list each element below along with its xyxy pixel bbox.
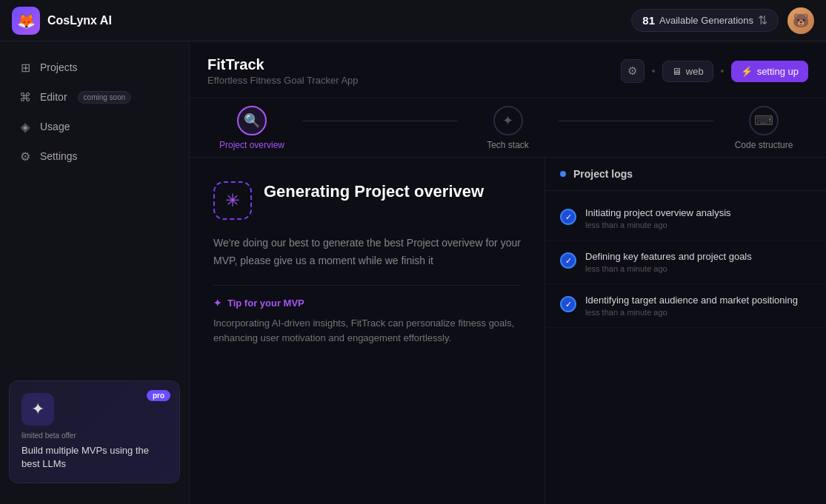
usage-icon: ◈ xyxy=(18,119,33,134)
settings-button[interactable]: ⚙ xyxy=(621,59,645,83)
generating-title: Generating Project overivew xyxy=(264,181,484,203)
logs-status-dot xyxy=(560,171,566,177)
project-header: FitTrack Effortless Fitness Goal Tracker… xyxy=(190,41,826,98)
sidebar-item-projects[interactable]: ⊞ Projects xyxy=(9,53,180,81)
step-bar: 🔍 Project overview ✦ Tech stack ⌨ Code s… xyxy=(190,98,826,158)
user-avatar[interactable]: 🐻 xyxy=(787,7,814,34)
settings-icon: ⚙ xyxy=(18,149,33,164)
log-title-0: Initiating project overview analysis xyxy=(585,207,731,218)
step-codestructure[interactable]: ⌨ Code structure xyxy=(719,106,808,150)
project-subtitle: Effortless Fitness Goal Tracker App xyxy=(207,75,359,86)
sidebar-usage-label: Usage xyxy=(40,121,70,132)
tip-label: Tip for your MVP xyxy=(227,298,304,309)
web-label: web xyxy=(686,66,704,77)
log-time-2: less than a minute ago xyxy=(585,308,798,317)
sidebar-item-editor[interactable]: ⌘ Editor coming soon xyxy=(9,83,180,111)
editor-badge: coming soon xyxy=(78,91,132,104)
log-content-0: Initiating project overview analysis les… xyxy=(585,207,731,229)
projects-icon: ⊞ xyxy=(18,60,33,75)
step-code-label: Code structure xyxy=(735,140,793,150)
log-title-1: Defining key features and project goals xyxy=(585,251,752,262)
sidebar-projects-label: Projects xyxy=(40,61,78,73)
tip-section: ✦ Tip for your MVP Incorporating AI-driv… xyxy=(213,285,521,347)
log-item-0: ✓ Initiating project overview analysis l… xyxy=(545,197,826,241)
step-code-icon: ⌨ xyxy=(749,106,779,135)
logs-list: ✓ Initiating project overview analysis l… xyxy=(545,191,826,504)
web-button[interactable]: 🖥 web xyxy=(662,61,713,82)
sidebar-item-usage[interactable]: ◈ Usage xyxy=(9,112,180,141)
promo-badge: pro xyxy=(147,390,170,401)
tip-sparkle-icon: ✦ xyxy=(213,298,222,309)
generations-count: 81 xyxy=(642,14,655,27)
right-panel: Project logs ✓ Initiating project overvi… xyxy=(544,158,826,504)
setting-up-label: setting up xyxy=(757,66,799,77)
tip-header: ✦ Tip for your MVP xyxy=(213,298,521,309)
editor-icon: ⌘ xyxy=(18,90,33,104)
project-actions: ⚙ 🖥 web ⚡ setting up xyxy=(621,59,808,83)
log-content-1: Defining key features and project goals … xyxy=(585,251,752,273)
step-techstack-icon: ✦ xyxy=(493,106,523,135)
content-area: ✳ Generating Project overivew We're doin… xyxy=(190,158,826,504)
step-overview-label: Project overview xyxy=(219,140,284,150)
generating-card: ✳ Generating Project overivew We're doin… xyxy=(213,181,521,346)
log-time-1: less than a minute ago xyxy=(585,264,752,273)
logs-title: Project logs xyxy=(573,168,633,180)
log-item-2: ✓ Identifying target audience and market… xyxy=(545,284,826,328)
step-line-2 xyxy=(559,121,714,121)
web-icon: 🖥 xyxy=(672,66,682,77)
generations-label: Available Generations xyxy=(659,15,753,26)
sidebar-item-settings[interactable]: ⚙ Settings xyxy=(9,142,180,170)
sidebar-nav: ⊞ Projects ⌘ Editor coming soon ◈ Usage … xyxy=(0,53,189,170)
log-check-2: ✓ xyxy=(560,296,576,312)
sep1 xyxy=(652,70,655,73)
promo-icon: ✦ xyxy=(21,393,54,426)
step-overview[interactable]: 🔍 Project overview xyxy=(207,106,296,150)
swap-icon: ⇅ xyxy=(758,13,767,27)
topbar: 🦊 CosLynx AI 81 Available Generations ⇅ … xyxy=(0,0,826,41)
log-title-2: Identifying target audience and market p… xyxy=(585,295,798,306)
app-name: CosLynx AI xyxy=(47,14,112,27)
step-techstack-label: Tech stack xyxy=(487,140,529,150)
logo-icon: 🦊 xyxy=(12,7,40,35)
sidebar-promo[interactable]: pro ✦ limited beta offer Build multiple … xyxy=(9,380,180,483)
project-title: FitTrack xyxy=(207,56,359,73)
topbar-right: 81 Available Generations ⇅ 🐻 xyxy=(631,7,814,34)
tip-text: Incorporating AI-driven insights, FitTra… xyxy=(213,316,521,347)
step-techstack[interactable]: ✦ Tech stack xyxy=(464,106,553,150)
sep2 xyxy=(721,70,724,73)
generations-badge[interactable]: 81 Available Generations ⇅ xyxy=(631,9,779,32)
setting-up-icon: ⚡ xyxy=(741,66,753,77)
main-panel: FitTrack Effortless Fitness Goal Tracker… xyxy=(190,41,826,504)
app-logo[interactable]: 🦊 CosLynx AI xyxy=(12,7,112,35)
sidebar: ⊞ Projects ⌘ Editor coming soon ◈ Usage … xyxy=(0,41,190,504)
body-layout: ⊞ Projects ⌘ Editor coming soon ◈ Usage … xyxy=(0,41,826,504)
log-item-1: ✓ Defining key features and project goal… xyxy=(545,241,826,284)
project-info: FitTrack Effortless Fitness Goal Tracker… xyxy=(207,56,359,86)
setting-up-button[interactable]: ⚡ setting up xyxy=(731,61,808,82)
generating-header: ✳ Generating Project overivew xyxy=(213,181,521,220)
sidebar-editor-label: Editor xyxy=(40,91,67,103)
log-content-2: Identifying target audience and market p… xyxy=(585,295,798,317)
left-panel: ✳ Generating Project overivew We're doin… xyxy=(190,158,544,504)
log-check-0: ✓ xyxy=(560,209,576,225)
step-overview-icon: 🔍 xyxy=(237,106,267,135)
step-line-1 xyxy=(302,121,458,121)
log-check-1: ✓ xyxy=(560,252,576,269)
logs-header: Project logs xyxy=(545,158,826,191)
promo-text: Build multiple MVPs using the best LLMs xyxy=(21,444,167,471)
sidebar-settings-label: Settings xyxy=(40,150,78,162)
log-time-0: less than a minute ago xyxy=(585,221,731,229)
generating-desc: We're doing our best to generate the bes… xyxy=(213,235,521,270)
generating-icon: ✳ xyxy=(213,181,252,220)
promo-label: limited beta offer xyxy=(21,431,167,440)
